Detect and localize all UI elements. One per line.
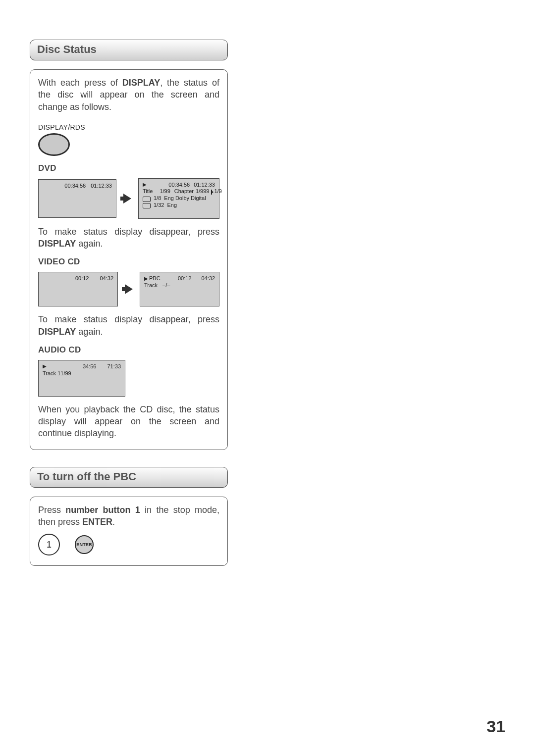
acd-osd-row: ▶ 34:56 71:33 Track 11/99 [38, 360, 219, 397]
title-label: Title [143, 188, 153, 195]
vcd-label: VIDEO CD [38, 256, 219, 268]
acd-label: AUDIO CD [38, 345, 219, 356]
text: again. [76, 327, 103, 337]
subtitle-icon [143, 203, 151, 208]
play-icon: ▶ [144, 276, 148, 282]
text-bold: DISPLAY [38, 327, 76, 337]
pbc-card: Press number button 1 in the stop mode, … [30, 497, 228, 566]
acd-hint: When you playback the CD disc, the statu… [38, 403, 219, 440]
time-elapsed: 34:56 [83, 363, 97, 370]
display-rds-button [38, 133, 70, 156]
text-bold: DISPLAY [122, 78, 160, 88]
disc-status-card: With each press of DISPLAY, the status o… [30, 69, 228, 450]
audio-icon [143, 197, 151, 202]
text: again. [76, 239, 103, 249]
dvd-osd-1: 00:34:56 01:12:33 [38, 179, 116, 218]
camera-angle-icon [211, 190, 212, 195]
time-total: 04:32 [201, 275, 215, 282]
acd-osd: ▶ 34:56 71:33 Track 11/99 [38, 360, 125, 397]
time-total: 01:12:33 [194, 182, 215, 189]
display-rds-label: DISPLAY/RDS [38, 123, 219, 132]
audio-lang: Eng Dolby Digital [164, 195, 206, 202]
enter-button: ENTER [75, 535, 94, 554]
time-total: 01:12:33 [91, 183, 112, 190]
text: With each press of [38, 78, 122, 88]
track-label: Track [144, 282, 158, 289]
time-elapsed: 00:12 [178, 275, 192, 282]
angle-value: 1/9 [214, 188, 221, 195]
arrow-right-icon [125, 284, 133, 294]
track-info: Track 11/99 [43, 370, 121, 377]
text: To make status display disappear, press [38, 314, 219, 324]
dvd-label: DVD [38, 163, 219, 174]
disc-status-intro: With each press of DISPLAY, the status o… [38, 77, 219, 113]
text: To make status display disappear, press [38, 227, 219, 237]
play-icon: ▶ [43, 363, 47, 370]
chapter-value: 1/999 [196, 188, 210, 195]
time-total: 71:33 [107, 363, 121, 370]
text: . [112, 517, 115, 527]
text: Press [38, 505, 65, 515]
dvd-osd-row: 00:34:56 01:12:33 ▶ 00:34:56 01:12:33 T [38, 178, 219, 219]
play-icon: ▶ [143, 182, 147, 189]
pbc-label: PBC [149, 275, 160, 282]
track-value: –/– [162, 282, 170, 289]
number-1-button: 1 [38, 534, 60, 555]
section-title-disc-status: Disc Status [30, 40, 228, 60]
vcd-osd-row: 00:12 04:32 ▶ PBC 00:12 04:32 [38, 272, 219, 306]
section-title-pbc: To turn off the PBC [30, 467, 228, 488]
chapter-label: Chapter [174, 188, 194, 195]
time-elapsed: 00:34:56 [64, 183, 86, 190]
title-value: 1/99 [160, 188, 170, 195]
text-bold: ENTER [82, 517, 112, 527]
text-bold: number button 1 [65, 505, 140, 515]
subtitle-value: 1/32 [154, 202, 164, 209]
audio-value: 1/8 [154, 195, 161, 202]
vcd-osd-1: 00:12 04:32 [38, 272, 118, 306]
arrow-right-icon [123, 194, 131, 203]
subtitle-lang: Eng [167, 202, 177, 209]
dvd-osd-2: ▶ 00:34:56 01:12:33 Title 1/99 Chapter 1… [138, 178, 219, 219]
time-elapsed: 00:12 [75, 275, 89, 282]
dvd-hint: To make status display disappear, press … [38, 226, 219, 250]
vcd-osd-2: ▶ PBC 00:12 04:32 Track –/– [140, 272, 219, 306]
page-number: 31 [486, 717, 505, 736]
time-total: 04:32 [100, 275, 113, 282]
time-elapsed: 00:34:56 [168, 182, 190, 189]
pbc-text: Press number button 1 in the stop mode, … [38, 504, 219, 528]
text-bold: DISPLAY [38, 239, 76, 249]
vcd-hint: To make status display disappear, press … [38, 313, 219, 338]
